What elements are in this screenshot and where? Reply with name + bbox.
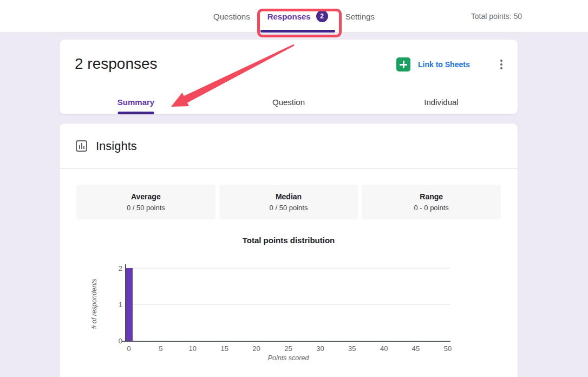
chart-x-tick-label: 10 bbox=[185, 344, 201, 353]
chart-title: Total points distribution bbox=[60, 236, 518, 245]
chart-y-tick-label: 2 bbox=[109, 264, 122, 272]
chart-x-axis-label: Points scored bbox=[129, 354, 448, 362]
responses-count-title: 2 responses bbox=[75, 55, 158, 73]
google-sheets-icon bbox=[396, 57, 410, 72]
link-to-sheets-label: Link to Sheets bbox=[418, 60, 470, 69]
chart-x-tick-label: 35 bbox=[344, 344, 360, 353]
chart-y-tick-label: 1 bbox=[109, 301, 122, 309]
chart-x-tick-label: 45 bbox=[408, 344, 424, 353]
active-tab-underline bbox=[260, 30, 335, 32]
tab-questions-label: Questions bbox=[213, 12, 250, 21]
chart-gridline bbox=[129, 304, 450, 305]
score-stats-row: Average 0 / 50 points Median 0 / 50 poin… bbox=[76, 185, 501, 219]
stat-average: Average 0 / 50 points bbox=[76, 185, 215, 219]
stat-median-value: 0 / 50 points bbox=[270, 204, 308, 212]
chart-x-tick-label: 5 bbox=[153, 344, 169, 353]
top-bar: Questions Responses 2 Settings Total poi… bbox=[0, 0, 588, 32]
chart-x-axis-line bbox=[122, 341, 450, 342]
chart-y-tick-label: 0 bbox=[109, 337, 122, 345]
chart-gridline bbox=[129, 268, 450, 269]
insights-header: Insights bbox=[60, 123, 518, 169]
stat-average-value: 0 / 50 points bbox=[127, 204, 165, 212]
responses-card: 2 responses Link to Sheets Summary Quest… bbox=[60, 40, 518, 114]
responses-count-badge: 2 bbox=[316, 10, 328, 22]
stat-median-label: Median bbox=[276, 192, 302, 201]
subtab-question-label: Question bbox=[272, 98, 305, 107]
subtab-individual-label: Individual bbox=[424, 98, 458, 107]
chart-x-tick-label: 30 bbox=[312, 344, 328, 353]
tab-settings-label: Settings bbox=[345, 12, 375, 21]
insights-title: Insights bbox=[96, 139, 137, 153]
more-options-icon bbox=[500, 60, 502, 62]
subtab-question[interactable]: Question bbox=[212, 89, 365, 114]
histogram-bar bbox=[126, 268, 133, 341]
chart-x-tick-label: 50 bbox=[440, 344, 456, 353]
subtab-summary[interactable]: Summary bbox=[60, 89, 212, 114]
stat-range-value: 0 - 0 points bbox=[414, 204, 449, 212]
stat-range-label: Range bbox=[420, 192, 443, 201]
total-points-label: Total points: 50 bbox=[471, 0, 522, 32]
subtab-summary-label: Summary bbox=[117, 98, 154, 107]
chart-x-tick-label: 20 bbox=[249, 344, 265, 353]
stat-range: Range 0 - 0 points bbox=[362, 185, 501, 219]
more-options-button[interactable] bbox=[494, 57, 508, 72]
link-to-sheets-button[interactable]: Link to Sheets bbox=[396, 57, 470, 72]
stat-median: Median 0 / 50 points bbox=[219, 185, 358, 219]
chart-x-tick-label: 0 bbox=[121, 344, 137, 353]
tab-responses[interactable]: Responses 2 bbox=[266, 0, 330, 32]
chart-x-tick-label: 40 bbox=[376, 344, 392, 353]
chart-x-tick-label: 15 bbox=[217, 344, 233, 353]
subtab-individual[interactable]: Individual bbox=[365, 89, 518, 114]
tab-responses-label: Responses bbox=[267, 12, 311, 21]
responses-subtabs: Summary Question Individual bbox=[60, 89, 518, 114]
tab-settings[interactable]: Settings bbox=[344, 0, 376, 32]
chart-x-tick-label: 25 bbox=[280, 344, 297, 353]
bar-chart-icon bbox=[76, 140, 87, 152]
tab-questions[interactable]: Questions bbox=[212, 0, 252, 32]
stat-average-label: Average bbox=[131, 192, 161, 201]
google-forms-responses-page: { "header": { "nav": [ { "label": "Quest… bbox=[0, 0, 588, 377]
insights-card: Insights Average 0 / 50 points Median 0 … bbox=[60, 123, 518, 377]
chart-y-axis-label: # of respondents bbox=[90, 261, 99, 347]
points-distribution-chart: # of respondents Points scored 012051015… bbox=[60, 245, 518, 377]
summary-tab-underline bbox=[118, 112, 154, 114]
